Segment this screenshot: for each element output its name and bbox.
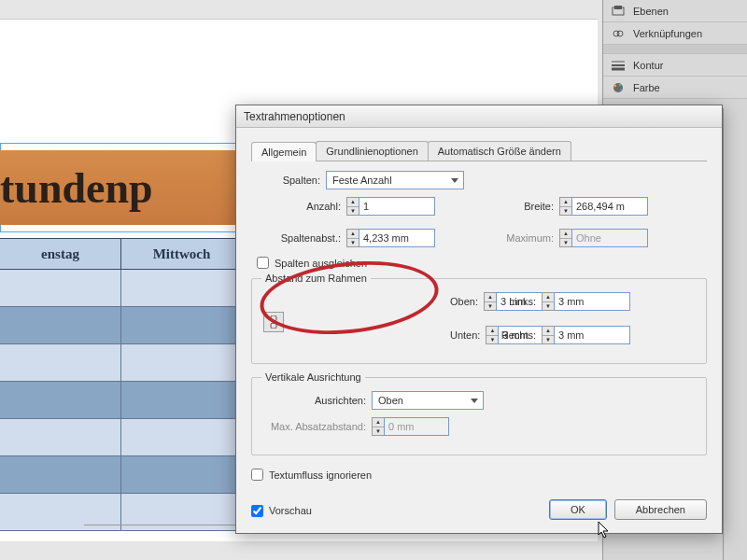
checkbox-label: Textumfluss ignorieren (269, 469, 372, 481)
bottom-label: Unten: (450, 329, 480, 341)
right-input[interactable]: 3 mm (554, 326, 630, 344)
align-label: Ausrichten: (263, 395, 366, 406)
stroke-icon (611, 58, 626, 73)
table-row (0, 307, 243, 344)
inset-spacing-group: Abstand zum Rahmen Oben: ▲▼3 mm Links: ▲… (251, 278, 707, 364)
spinner-buttons[interactable]: ▲▼ (346, 229, 359, 247)
table-row (0, 382, 243, 419)
tab-autosize[interactable]: Automatisch Größe ändern (428, 141, 571, 161)
right-label: Rechts: (487, 329, 536, 341)
gap-input[interactable]: 4,233 mm (359, 229, 435, 247)
width-label: Breite: (490, 201, 554, 212)
table-row (0, 344, 243, 382)
panel-verknuepfungen[interactable]: Verknüpfungen (603, 22, 747, 45)
table-header-row: enstag Mittwoch (0, 238, 243, 270)
day-header: enstag (0, 239, 121, 269)
document-title-frame[interactable]: tundenp (0, 150, 243, 225)
top-label: Oben: (450, 296, 478, 307)
dialog-tabs: Allgemein Grundlinienoptionen Automatisc… (251, 141, 707, 161)
max-label: Maximum: (490, 232, 554, 244)
select-value: Feste Anzahl (332, 175, 392, 186)
svg-point-8 (614, 84, 616, 86)
align-select[interactable]: Oben (372, 391, 484, 410)
tab-general[interactable]: Allgemein (251, 142, 317, 161)
table-row (0, 456, 243, 494)
spinner-buttons: ▲▼ (372, 417, 385, 436)
checkbox-label: Spalten ausgleichen (275, 258, 367, 269)
balance-columns-checkbox[interactable]: Spalten ausgleichen (257, 257, 707, 269)
spinner-buttons: ▲▼ (559, 229, 572, 247)
table-row (0, 270, 243, 307)
width-input[interactable]: 268,494 m (571, 197, 648, 216)
svg-point-3 (617, 31, 623, 36)
checkbox-label: Vorschau (269, 505, 312, 516)
day-header: Mittwoch (121, 239, 243, 269)
panel-farbe[interactable]: Farbe (603, 77, 747, 99)
spinner-buttons[interactable]: ▲▼ (542, 292, 555, 311)
links-icon (611, 26, 626, 41)
spinner-buttons[interactable]: ▲▼ (346, 197, 359, 216)
columns-mode-select[interactable]: Feste Anzahl (326, 171, 464, 189)
svg-point-9 (619, 83, 621, 85)
count-input[interactable]: 1 (359, 197, 435, 216)
para-spacing-input: 0 mm (384, 417, 449, 436)
svg-point-7 (613, 83, 623, 92)
links-input[interactable]: 3 mm (554, 292, 630, 311)
text-frame-options-dialog: Textrahmenoptionen Allgemein Grundlinien… (235, 105, 723, 534)
title-text: tundenp (0, 163, 153, 213)
ok-button[interactable]: OK (549, 499, 607, 520)
links-label: Links: (487, 296, 536, 307)
vj-legend: Vertikale Ausrichtung (261, 371, 365, 383)
dialog-title: Textrahmenoptionen (236, 105, 722, 128)
schedule-table (0, 270, 243, 531)
panel-label: Verknüpfungen (633, 28, 702, 39)
panel-ebenen[interactable]: Ebenen (603, 0, 747, 22)
panel-label: Ebenen (633, 6, 669, 17)
max-input: Ohne (571, 229, 648, 247)
color-icon (611, 80, 626, 95)
svg-rect-1 (614, 6, 622, 9)
select-value: Oben (378, 395, 403, 406)
cancel-button[interactable]: Abbrechen (614, 499, 707, 520)
layers-icon (611, 4, 626, 19)
spinner-buttons[interactable]: ▲▼ (542, 326, 555, 344)
tab-baseline[interactable]: Grundlinienoptionen (316, 141, 428, 161)
panel-kontur[interactable]: Kontur (603, 54, 747, 77)
count-label: Anzahl: (257, 201, 341, 212)
inset-legend: Abstand zum Rahmen (261, 273, 371, 284)
panel-label: Kontur (633, 60, 663, 71)
svg-point-10 (620, 88, 622, 90)
spinner-buttons[interactable]: ▲▼ (559, 197, 572, 216)
gap-label: Spaltenabst.: (257, 232, 341, 244)
preview-checkbox[interactable]: Vorschau (251, 505, 312, 517)
panel-label: Farbe (633, 82, 660, 93)
vertical-justification-group: Vertikale Ausrichtung Ausrichten: Oben M… (251, 377, 707, 455)
para-spacing-label: Max. Absatzabstand: (263, 421, 366, 432)
chain-icon (269, 315, 278, 329)
ignore-wrap-checkbox[interactable]: Textumfluss ignorieren (251, 469, 707, 481)
collapsed-panel-strip[interactable] (723, 108, 747, 560)
columns-label: Spalten: (257, 175, 320, 186)
table-row (0, 419, 243, 456)
link-insets-toggle[interactable] (263, 312, 284, 332)
